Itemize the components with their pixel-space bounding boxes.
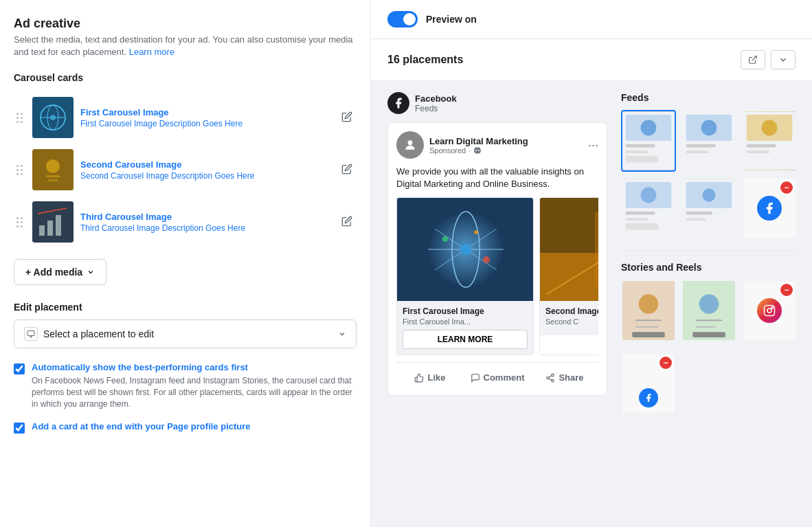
more-options-button[interactable]: ··· bbox=[588, 139, 598, 151]
svg-point-80 bbox=[771, 307, 773, 309]
svg-rect-11 bbox=[47, 221, 53, 236]
share-button[interactable]: Share bbox=[531, 368, 598, 387]
svg-point-27 bbox=[460, 244, 471, 255]
stories-thumb-3-disabled[interactable]: − bbox=[742, 280, 797, 341]
placements-actions bbox=[741, 50, 796, 69]
card-1-desc: First Carousel Image Description Goes He… bbox=[80, 119, 330, 128]
stories-thumb-2[interactable] bbox=[681, 280, 736, 341]
like-button[interactable]: Like bbox=[396, 368, 464, 387]
disabled-icon-overlay-2: − bbox=[779, 282, 794, 298]
edit-placement-title: Edit placement bbox=[14, 302, 357, 313]
sponsored-label: Sponsored · bbox=[429, 146, 583, 155]
svg-rect-60 bbox=[626, 212, 655, 215]
card-2-desc: Second Carousel Image Description Goes H… bbox=[80, 171, 330, 181]
feeds-thumb-6-disabled[interactable]: − bbox=[742, 177, 797, 239]
svg-rect-10 bbox=[39, 225, 45, 236]
page-title: Ad creative bbox=[14, 16, 357, 31]
comment-button[interactable]: Comment bbox=[464, 368, 531, 387]
carousel-item-1-footer: First Carousel Image First Carousel Ima.… bbox=[397, 301, 533, 355]
card-1-title: First Carousel Image bbox=[80, 107, 330, 117]
stories-section-title: Stories and Reels bbox=[621, 262, 797, 273]
edit-card-1-button[interactable] bbox=[337, 107, 357, 128]
card-2-info: Second Carousel Image Second Carousel Im… bbox=[80, 159, 330, 181]
feeds-thumb-3[interactable] bbox=[742, 110, 797, 172]
feeds-thumb-4[interactable] bbox=[621, 177, 676, 239]
stories-thumb-4-disabled[interactable]: − bbox=[621, 352, 676, 414]
svg-point-30 bbox=[474, 230, 478, 234]
svg-line-40 bbox=[549, 376, 552, 377]
svg-rect-56 bbox=[747, 150, 769, 153]
carousel-preview: First Carousel Image First Carousel Ima.… bbox=[396, 197, 598, 355]
feeds-thumb-1[interactable] bbox=[621, 110, 676, 172]
fb-ad-header: Learn Digital Marketing Sponsored · ··· bbox=[396, 131, 598, 159]
left-panel: Ad creative Select the media, text and d… bbox=[0, 0, 371, 527]
learn-more-link[interactable]: Learn more bbox=[129, 47, 174, 57]
learn-more-button-1[interactable]: LEARN MORE bbox=[403, 330, 528, 349]
svg-rect-45 bbox=[626, 150, 649, 153]
card-thumbnail-1 bbox=[32, 97, 74, 138]
svg-rect-55 bbox=[747, 144, 776, 148]
disabled-icon-overlay-3: − bbox=[658, 355, 673, 370]
advertiser-name: Learn Digital Marketing bbox=[429, 136, 583, 146]
svg-point-54 bbox=[762, 120, 778, 136]
drag-handle[interactable] bbox=[14, 162, 25, 178]
dropdown-button[interactable] bbox=[771, 50, 796, 69]
svg-rect-77 bbox=[692, 332, 725, 337]
drag-handle[interactable] bbox=[14, 110, 25, 126]
feeds-thumb-5[interactable] bbox=[681, 177, 736, 239]
svg-point-37 bbox=[547, 377, 550, 379]
placement-select[interactable]: Select a placement to edit bbox=[14, 319, 357, 348]
carousel-item-2-title: Second Image bbox=[545, 306, 598, 316]
right-preview-section: Feeds bbox=[621, 92, 797, 414]
carousel-card-item: First Carousel Image First Carousel Imag… bbox=[14, 91, 357, 144]
add-media-button[interactable]: + Add media bbox=[14, 259, 106, 285]
svg-rect-44 bbox=[626, 144, 655, 148]
add-profile-card-label: Add a card at the end with your Page pro… bbox=[32, 421, 251, 431]
svg-rect-34 bbox=[595, 212, 598, 287]
svg-point-4 bbox=[50, 115, 56, 120]
svg-point-38 bbox=[552, 379, 554, 382]
feeds-thumb-2[interactable] bbox=[681, 110, 736, 172]
feeds-section-title: Feeds bbox=[621, 92, 797, 103]
carousel-item-2-footer: Second Image Second C bbox=[540, 301, 598, 335]
svg-rect-14 bbox=[27, 331, 34, 336]
svg-line-17 bbox=[752, 56, 756, 60]
feeds-preview-grid: − bbox=[621, 110, 797, 239]
preview-header: Preview on bbox=[371, 0, 812, 39]
auto-best-performing-checkbox[interactable] bbox=[14, 363, 25, 374]
external-link-button[interactable] bbox=[741, 50, 765, 69]
preview-toggle[interactable] bbox=[387, 11, 418, 27]
card-thumbnail-3 bbox=[32, 201, 74, 243]
edit-card-2-button[interactable] bbox=[337, 159, 357, 181]
disabled-icon-2: − bbox=[780, 284, 793, 296]
fb-ad-actions: Like Comment Share bbox=[396, 362, 598, 387]
advertiser-avatar bbox=[396, 131, 424, 159]
carousel-item-1-title: First Carousel Image bbox=[403, 306, 528, 316]
fb-ad-preview: Learn Digital Marketing Sponsored · ··· … bbox=[387, 122, 607, 396]
disabled-icon-3: − bbox=[659, 357, 672, 369]
svg-rect-7 bbox=[46, 175, 60, 177]
svg-point-74 bbox=[699, 294, 719, 314]
add-profile-card-checkbox-item: Add a card at the end with your Page pro… bbox=[14, 421, 357, 434]
card-2-title: Second Carousel Image bbox=[80, 159, 330, 170]
svg-rect-46 bbox=[626, 156, 659, 163]
edit-card-3-button[interactable] bbox=[337, 212, 357, 233]
preview-content: Facebook Feeds Learn Digital Marketing S… bbox=[371, 81, 812, 425]
svg-point-6 bbox=[46, 159, 60, 173]
drag-handle[interactable] bbox=[14, 214, 25, 230]
svg-rect-67 bbox=[686, 218, 706, 221]
fb-placement-label: Feeds bbox=[415, 104, 457, 113]
section-description: Select the media, text and destination f… bbox=[14, 34, 357, 58]
carousel-item-2-image bbox=[540, 198, 598, 301]
fb-ad-info: Learn Digital Marketing Sponsored · bbox=[429, 136, 583, 155]
carousel-item-2-subdesc: Second C bbox=[545, 317, 598, 326]
placement-select-icon bbox=[24, 327, 38, 341]
svg-rect-66 bbox=[686, 212, 712, 215]
stories-thumb-1[interactable] bbox=[621, 280, 676, 341]
svg-point-65 bbox=[703, 189, 716, 202]
chevron-down-icon bbox=[338, 330, 346, 338]
add-profile-card-checkbox[interactable] bbox=[14, 423, 25, 434]
preview-label: Preview on bbox=[426, 14, 477, 25]
svg-rect-62 bbox=[626, 223, 659, 230]
svg-point-43 bbox=[641, 120, 657, 136]
